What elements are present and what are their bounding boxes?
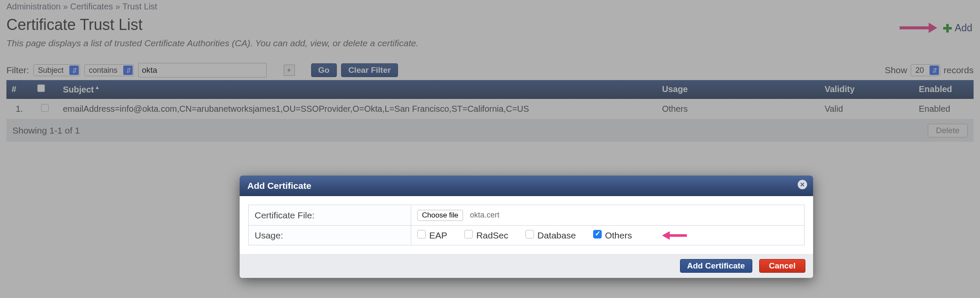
- choose-file-button[interactable]: Choose file: [417, 210, 463, 221]
- close-icon[interactable]: ✕: [798, 180, 807, 189]
- cert-file-label: Certificate File:: [249, 205, 411, 226]
- cancel-button[interactable]: Cancel: [759, 259, 805, 273]
- others-checkbox[interactable]: [593, 230, 602, 238]
- radsec-checkbox[interactable]: [464, 230, 473, 238]
- eap-checkbox[interactable]: [417, 230, 426, 238]
- modal-header: Add Certificate ✕: [240, 176, 813, 196]
- usage-label: Usage:: [249, 226, 411, 245]
- add-certificate-button[interactable]: Add Certificate: [680, 259, 752, 273]
- file-name: okta.cert: [470, 211, 499, 219]
- annotation-arrow-icon: [662, 230, 688, 241]
- database-checkbox[interactable]: [526, 230, 534, 238]
- modal-footer: Add Certificate Cancel: [240, 254, 813, 278]
- svg-marker-3: [662, 231, 670, 240]
- add-certificate-modal: Add Certificate ✕ Certificate File: Choo…: [240, 176, 813, 278]
